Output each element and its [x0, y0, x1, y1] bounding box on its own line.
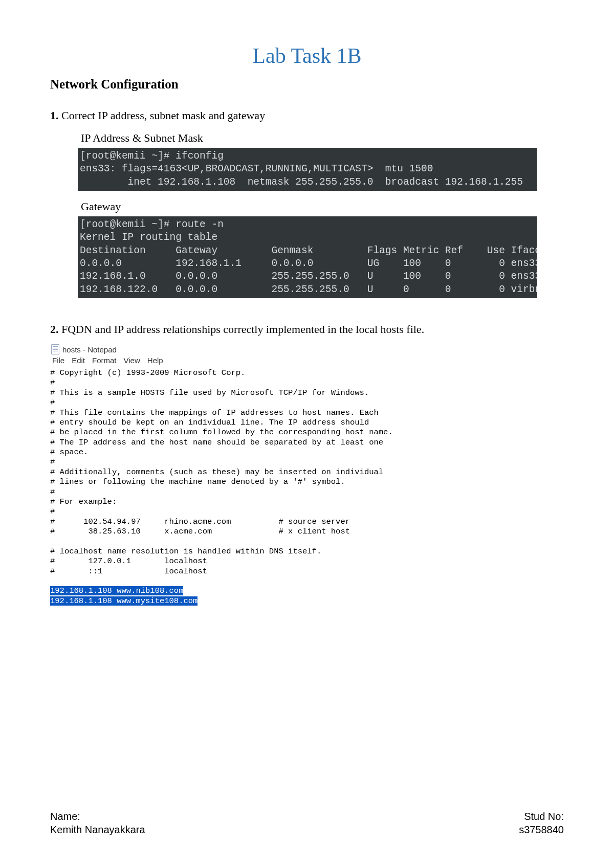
hosts-highlight-1: 192.168.1.108 www.nib108.com: [50, 586, 183, 595]
footer-name-label: Name:: [50, 810, 145, 823]
terminal-route: [root@kemii ~]# route -n Kernel IP routi…: [78, 216, 537, 298]
footer-studno-label: Stud No:: [519, 810, 564, 823]
item-2-num: 2.: [50, 323, 59, 336]
item-1: 1. Correct IP address, subnet mask and g…: [50, 109, 564, 122]
page-title: Lab Task 1B: [50, 43, 564, 68]
footer-studno-value: s3758840: [519, 823, 564, 836]
hosts-body: # Copyright (c) 1993-2009 Microsoft Corp…: [50, 368, 393, 576]
hosts-file-content: # Copyright (c) 1993-2009 Microsoft Corp…: [50, 367, 454, 606]
footer-left: Name: Kemith Nanayakkara: [50, 810, 145, 836]
item-1-text: Correct IP address, subnet mask and gate…: [59, 109, 266, 122]
notepad-icon: [51, 344, 59, 354]
footer-right: Stud No: s3758840: [519, 810, 564, 836]
item-2-text: FQDN and IP address relationships correc…: [59, 323, 425, 336]
notepad-window: hosts - Notepad File Edit Format View He…: [50, 343, 454, 606]
footer: Name: Kemith Nanayakkara Stud No: s37588…: [50, 810, 564, 836]
menu-help[interactable]: Help: [147, 356, 163, 365]
menu-view[interactable]: View: [124, 356, 140, 365]
menu-edit[interactable]: Edit: [72, 356, 85, 365]
sub-label-ip: IP Address & Subnet Mask: [81, 131, 564, 145]
menu-format[interactable]: Format: [92, 356, 117, 365]
menu-file[interactable]: File: [52, 356, 64, 365]
footer-name-value: Kemith Nanayakkara: [50, 823, 145, 836]
hosts-highlight-2: 192.168.1.108 www.mysite108.com: [50, 596, 198, 606]
terminal-ifconfig: [root@kemii ~]# ifconfig ens33: flags=41…: [78, 148, 537, 191]
section-heading: Network Configuration: [50, 77, 564, 92]
item-2: 2. FQDN and IP address relationships cor…: [50, 323, 564, 336]
item-1-num: 1.: [50, 109, 59, 122]
notepad-title-text: hosts - Notepad: [62, 345, 117, 354]
notepad-menu: File Edit Format View Help: [50, 355, 454, 367]
notepad-titlebar: hosts - Notepad: [50, 343, 454, 355]
sub-label-gateway: Gateway: [81, 200, 564, 213]
